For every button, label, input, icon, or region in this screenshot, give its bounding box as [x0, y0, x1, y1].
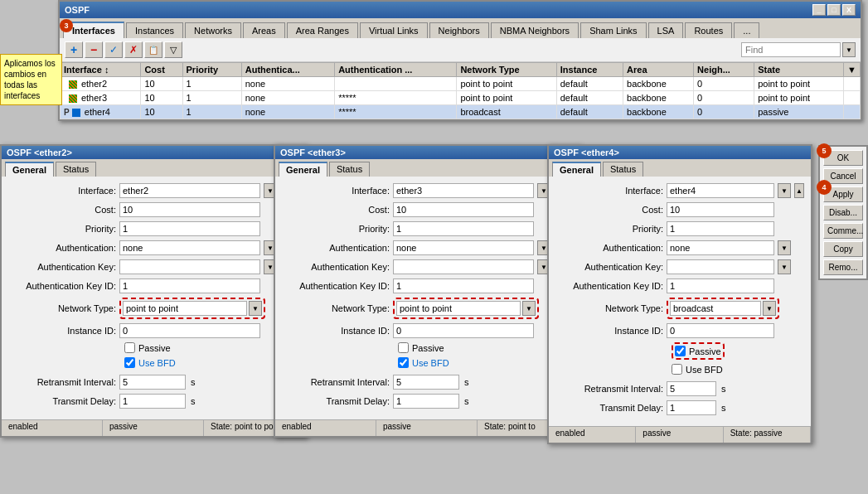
ether3-instance-id-input[interactable]: [393, 323, 534, 338]
ether4-interface-scroll[interactable]: ▲: [794, 183, 804, 198]
tab-areas[interactable]: Areas: [243, 22, 285, 38]
minimize-button[interactable]: _: [812, 4, 826, 16]
ether3-retransmit-input[interactable]: [393, 375, 459, 390]
ether4-interface-input[interactable]: [667, 183, 774, 198]
apply-badge: 4: [817, 180, 832, 195]
tab-nbma-neighbors[interactable]: NBMA Neighbors: [491, 22, 579, 38]
tab-area-ranges[interactable]: Area Ranges: [287, 22, 358, 38]
ether2-auth-keyid-input[interactable]: [119, 278, 260, 293]
maximize-button[interactable]: □: [827, 4, 841, 16]
copy-button[interactable]: 📋: [144, 41, 162, 58]
ether4-interface-dropdown[interactable]: ▼: [778, 183, 791, 198]
ether3-auth-keyid-row: Authentication Key ID:: [282, 278, 572, 293]
tab-interfaces[interactable]: 3 Interfaces: [63, 22, 124, 38]
col-header-auth-key: Authentication ...: [335, 63, 457, 77]
tab-neighbors[interactable]: Neighbors: [429, 22, 489, 38]
cell-instance: default: [556, 105, 623, 119]
ether4-auth-key-input[interactable]: [667, 259, 774, 274]
check-button[interactable]: ✓: [104, 41, 123, 58]
ether4-tab-status[interactable]: Status: [603, 162, 643, 177]
ospf-title: OSPF: [65, 5, 90, 15]
ether4-status-enabled: enabled: [549, 427, 636, 443]
ether2-network-type-dropdown[interactable]: ▼: [249, 301, 262, 316]
tab-bar: 3 Interfaces Instances Networks Areas Ar…: [60, 18, 861, 38]
ether4-retransmit-input[interactable]: [667, 381, 716, 396]
ether3-auth-keyid-input[interactable]: [393, 278, 534, 293]
ether2-retransmit-row: Retransmit Interval: s: [8, 375, 298, 390]
comment-button[interactable]: Comme...: [823, 223, 863, 239]
ether3-network-type-dropdown[interactable]: ▼: [522, 301, 536, 316]
ether4-auth-input[interactable]: [667, 240, 774, 255]
ether3-retransmit-row: Retransmit Interval: s: [282, 375, 572, 390]
ether2-transmit-input[interactable]: [119, 394, 186, 409]
find-dropdown[interactable]: ▼: [842, 42, 856, 57]
tab-instances[interactable]: Instances: [126, 22, 183, 38]
ether4-cost-input[interactable]: [667, 202, 774, 217]
ether3-tab-status[interactable]: Status: [329, 162, 370, 177]
tab-routes[interactable]: Routes: [685, 22, 732, 38]
ether3-interface-input[interactable]: [393, 183, 534, 198]
tab-more[interactable]: ...: [734, 22, 759, 38]
ether2-network-type-input[interactable]: [123, 301, 247, 316]
remove-button[interactable]: −: [85, 41, 103, 58]
cell-priority: 1: [182, 77, 241, 91]
ether4-tab-general[interactable]: General: [552, 162, 601, 177]
ether2-retransmit-input[interactable]: [119, 375, 186, 390]
ether2-cost-input[interactable]: [119, 202, 260, 217]
ether2-instance-id-input[interactable]: [119, 323, 260, 338]
ether4-title: OSPF <ether4>: [549, 146, 811, 159]
ether4-network-type-row: Network Type: ▼: [555, 298, 804, 319]
ether3-use-bfd-row: Use BFD: [398, 357, 572, 368]
table-row[interactable]: ether3 10 1 none ***** point to point de…: [61, 91, 861, 105]
tab-virtual-links[interactable]: Virtual Links: [360, 22, 428, 38]
close-button[interactable]: X: [842, 4, 856, 16]
find-input[interactable]: [741, 42, 841, 57]
ether4-network-type-dropdown[interactable]: ▼: [763, 301, 776, 316]
col-header-dropdown[interactable]: ▼: [844, 63, 861, 77]
cross-button[interactable]: ✗: [124, 41, 143, 58]
ether2-tab-general[interactable]: General: [5, 162, 54, 177]
ether3-auth-key-input[interactable]: [393, 259, 534, 274]
disable-button[interactable]: Disab...: [823, 205, 863, 220]
ether3-tab-general[interactable]: General: [279, 162, 327, 177]
ether4-passive-checkbox[interactable]: [675, 346, 686, 356]
filter-button[interactable]: ▽: [164, 41, 182, 58]
add-button[interactable]: +: [65, 41, 83, 58]
table-row[interactable]: ether2 10 1 none point to point default …: [61, 77, 861, 91]
tab-networks[interactable]: Networks: [185, 22, 241, 38]
ether2-window: OSPF <ether2> General Status Interface: …: [0, 144, 307, 438]
ether4-network-type-input[interactable]: [670, 301, 761, 316]
remove-button[interactable]: Remo...: [823, 259, 863, 275]
ether2-use-bfd-checkbox[interactable]: [124, 357, 135, 368]
ether3-auth-key-label: Authentication Key:: [282, 262, 390, 272]
ether3-passive-checkbox[interactable]: [398, 342, 409, 353]
ether3-cost-input[interactable]: [393, 202, 534, 217]
ether4-priority-input[interactable]: [667, 221, 774, 236]
ether2-auth-input[interactable]: [119, 240, 260, 255]
tab-lsa[interactable]: LSA: [648, 22, 684, 38]
ether4-use-bfd-checkbox[interactable]: [672, 364, 682, 375]
copy-button[interactable]: Copy: [823, 241, 863, 257]
tab-sham-links[interactable]: Sham Links: [580, 22, 646, 38]
ether3-auth-input[interactable]: [393, 240, 534, 255]
ether2-auth-key-input[interactable]: [119, 259, 260, 274]
ether2-interface-input[interactable]: [119, 183, 260, 198]
ether4-passive-label: Passive: [689, 346, 721, 356]
ether4-auth-dropdown[interactable]: ▼: [778, 240, 791, 255]
ether3-use-bfd-checkbox[interactable]: [398, 357, 409, 368]
ether2-priority-input[interactable]: [119, 221, 260, 236]
ether2-passive-checkbox[interactable]: [124, 342, 135, 353]
ether3-retransmit-unit: s: [464, 377, 469, 387]
ether3-priority-input[interactable]: [393, 221, 534, 236]
ether4-auth-key-label: Authentication Key:: [555, 262, 663, 272]
ether4-auth-key-dropdown[interactable]: ▼: [778, 259, 791, 274]
ether3-network-type-input[interactable]: [396, 301, 521, 316]
ether4-auth-keyid-input[interactable]: [667, 278, 774, 293]
ether4-transmit-input[interactable]: [667, 400, 716, 415]
ether2-tab-status[interactable]: Status: [56, 162, 96, 177]
ether4-instance-id-input[interactable]: [667, 323, 774, 338]
ether3-network-type-label: Network Type:: [282, 303, 390, 313]
ether3-transmit-input[interactable]: [393, 394, 459, 409]
ether4-status-bar: enabled passive State: passive: [549, 426, 811, 443]
table-row[interactable]: P ether4 10 1 none ***** broadcast defau…: [61, 105, 861, 119]
